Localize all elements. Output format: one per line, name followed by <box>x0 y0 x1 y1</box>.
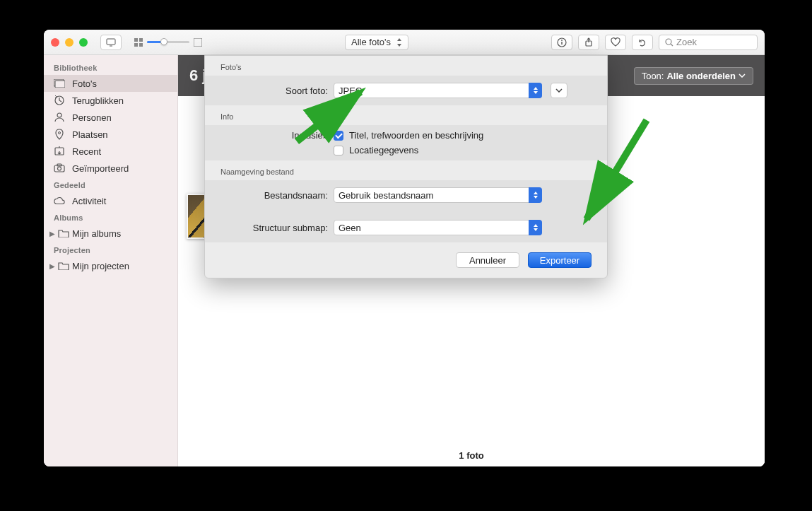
photo-kind-select[interactable]: JPEG <box>334 83 542 98</box>
search-placeholder: Zoek <box>676 37 697 47</box>
export-dialog: Foto's Soort foto: JPEG Info Inclusief: … <box>204 55 608 278</box>
sidebar-item-memories[interactable]: Terugblikken <box>44 92 177 109</box>
svg-rect-4 <box>139 43 143 47</box>
traffic-lights <box>51 38 88 47</box>
rotate-button[interactable] <box>632 35 653 50</box>
sidebar-item-label: Foto's <box>72 78 97 89</box>
footer-count: 1 foto <box>178 450 765 461</box>
slideshow-button[interactable] <box>100 35 122 50</box>
sidebar-item-label: Mijn albums <box>72 228 121 239</box>
svg-rect-7 <box>561 42 562 45</box>
sidebar-item-places[interactable]: Plaatsen <box>44 126 177 143</box>
sidebar-item-photos[interactable]: Foto's <box>44 75 177 92</box>
favorite-button[interactable] <box>605 35 626 50</box>
svg-point-15 <box>59 132 61 134</box>
share-button[interactable] <box>578 35 599 50</box>
sidebar-item-people[interactable]: Personen <box>44 109 177 126</box>
updown-icon <box>529 83 542 98</box>
sidebar: Bibliotheek Foto's Terugblikken Personen… <box>44 55 178 466</box>
sidebar-section-albums: Albums <box>44 209 177 225</box>
filename-label: Bestandsnaam: <box>220 190 328 201</box>
filename-select[interactable]: Gebruik bestandsnaam <box>334 187 542 203</box>
updown-icon <box>529 220 542 235</box>
sidebar-item-label: Mijn projecten <box>72 261 129 271</box>
photo-kind-label: Soort foto: <box>220 86 328 96</box>
sidebar-item-recent[interactable]: Recent <box>44 143 177 160</box>
cancel-button[interactable]: Annuleer <box>456 252 519 268</box>
sidebar-item-activity[interactable]: Activiteit <box>44 192 177 209</box>
grid-small-icon <box>134 38 143 47</box>
folder-icon <box>58 260 69 271</box>
sidebar-item-imported[interactable]: Geïmporteerd <box>44 160 177 177</box>
chevron-right-icon: ▶ <box>49 262 55 270</box>
folder-icon <box>58 228 69 239</box>
sidebar-section-library: Bibliotheek <box>44 59 177 75</box>
view-dropdown-label: Alle foto's <box>351 37 391 47</box>
sidebar-item-label: Plaatsen <box>72 129 108 140</box>
section-photos: Foto's <box>205 56 607 76</box>
info-button[interactable] <box>551 35 572 50</box>
memories-icon <box>54 95 65 106</box>
svg-rect-1 <box>134 38 138 42</box>
photo-kind-value: JPEG <box>339 86 363 96</box>
imported-icon <box>54 163 65 174</box>
search-input[interactable]: Zoek <box>659 35 758 50</box>
svg-point-8 <box>561 40 563 41</box>
zoom-icon[interactable] <box>79 38 88 47</box>
close-icon[interactable] <box>51 38 59 47</box>
section-filenaming: Naamgeving bestand <box>205 160 607 180</box>
minimize-icon[interactable] <box>65 38 73 47</box>
sidebar-item-label: Personen <box>72 112 112 123</box>
sidebar-item-label: Geïmporteerd <box>72 163 129 174</box>
updown-icon <box>396 38 402 47</box>
places-icon <box>54 129 65 140</box>
section-info: Info <box>205 105 607 125</box>
search-icon <box>665 38 673 47</box>
svg-point-19 <box>58 167 61 170</box>
zoom-slider[interactable] <box>134 38 202 47</box>
svg-point-10 <box>666 39 671 45</box>
photos-icon <box>54 78 65 89</box>
include-location-text: Locatiegegevens <box>349 145 418 155</box>
svg-rect-3 <box>134 43 138 47</box>
filename-value: Gebruik bestandsnaam <box>339 190 433 201</box>
sidebar-section-shared: Gedeeld <box>44 177 177 192</box>
view-dropdown[interactable]: Alle foto's <box>345 35 408 50</box>
sidebar-item-my-projects[interactable]: ▶ Mijn projecten <box>44 257 177 274</box>
cloud-icon <box>54 195 65 206</box>
show-value: Alle onderdelen <box>666 71 736 81</box>
chevron-down-icon <box>555 88 563 93</box>
svg-rect-12 <box>55 81 65 88</box>
updown-icon <box>529 187 542 203</box>
sidebar-item-label: Recent <box>72 146 101 157</box>
svg-point-14 <box>57 113 61 117</box>
chevron-right-icon: ▶ <box>49 230 55 237</box>
export-button[interactable]: Exporteer <box>528 252 592 268</box>
subfolder-value: Geen <box>339 223 361 233</box>
sidebar-item-label: Activiteit <box>72 196 106 206</box>
people-icon <box>54 112 65 123</box>
grid-large-icon <box>194 38 202 47</box>
subfolder-select[interactable]: Geen <box>334 220 542 235</box>
titlebar: Alle foto's Zoek <box>44 30 765 55</box>
sidebar-item-my-albums[interactable]: ▶ Mijn albums <box>44 225 177 242</box>
include-title-text: Titel, trefwoorden en beschrijving <box>349 130 483 141</box>
sidebar-section-projects: Projecten <box>44 242 177 257</box>
show-dropdown[interactable]: Toon: Alle onderdelen <box>634 67 753 85</box>
svg-rect-5 <box>194 38 202 47</box>
show-label: Toon: <box>642 71 664 81</box>
svg-rect-2 <box>139 38 143 42</box>
chevron-down-icon <box>739 74 746 78</box>
include-label: Inclusief: <box>220 130 328 141</box>
sidebar-item-label: Terugblikken <box>72 95 124 106</box>
recent-icon <box>54 146 65 157</box>
subfolder-label: Structuur submap: <box>220 223 328 233</box>
include-title-checkbox[interactable] <box>334 131 343 141</box>
svg-rect-0 <box>107 39 115 45</box>
include-location-checkbox[interactable] <box>334 146 343 155</box>
expand-options-button[interactable] <box>551 83 567 98</box>
